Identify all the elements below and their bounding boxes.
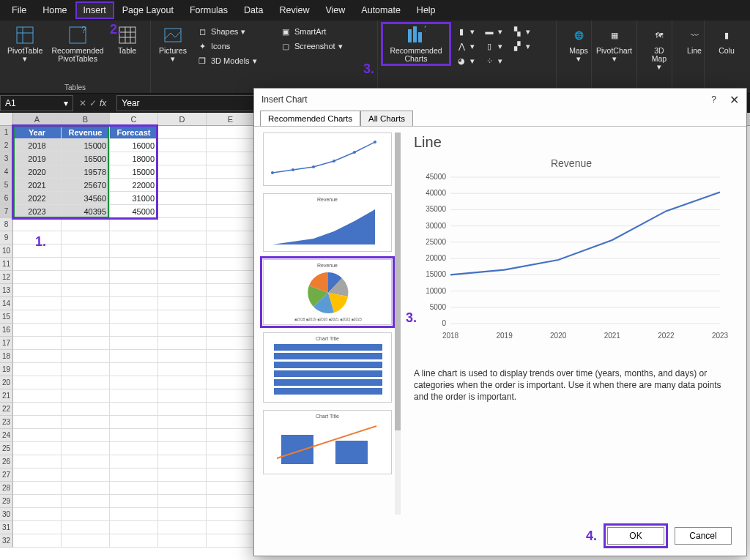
thumb-area[interactable]: Revenue [263, 193, 392, 252]
shapes-button[interactable]: ◻Shapes ▾ [193, 25, 274, 38]
svg-rect-5 [119, 27, 135, 43]
pivottable-button[interactable]: PivotTable ▾ [4, 23, 45, 64]
col-B[interactable]: B [62, 113, 110, 125]
thumb-combo[interactable]: Chart Title [263, 410, 392, 474]
shapes-icon: ◻ [196, 26, 208, 37]
sparkline-col-button[interactable]: ▮Colu [709, 23, 744, 56]
pie-chart-button[interactable]: ◕▾ [453, 54, 478, 67]
chart-preview-panel: Line Revenue0500010000150002000025000300… [401, 127, 746, 520]
recommended-charts-label: Recommended Charts [390, 47, 442, 63]
globe-icon: 🌐 [568, 25, 589, 45]
bar-chart-icon: ▮ [456, 26, 467, 37]
name-box[interactable]: A1▾ [0, 95, 73, 111]
smartart-icon: ▣ [280, 26, 292, 37]
menu-insert[interactable]: Insert [76, 2, 114, 18]
recommended-pivottables-label: Recommended PivotTables [51, 47, 103, 63]
menu-view[interactable]: View [318, 2, 352, 18]
enter-formula-icon[interactable]: ✓ [89, 98, 97, 108]
combo-chart-icon: ▞ [511, 40, 523, 52]
svg-point-17 [312, 165, 315, 168]
line-chart-button[interactable]: ⋀▾ [453, 40, 478, 53]
svg-text:2022: 2022 [658, 332, 675, 340]
fx-icon[interactable]: fx [100, 98, 111, 108]
menu-data[interactable]: Data [237, 2, 270, 18]
ok-button[interactable]: OK [607, 527, 664, 545]
select-all-cell[interactable] [0, 113, 13, 125]
recommended-charts-button[interactable]: ? Recommended Charts [382, 23, 450, 64]
ribbon-group-sparkcol: ▮Colu [705, 20, 737, 93]
ribbon-group-sparkline: 〰Line [672, 20, 705, 93]
menu-pagelayout[interactable]: Page Layout [115, 2, 181, 18]
svg-text:Revenue: Revenue [551, 157, 592, 169]
ribbon-group-illustrations: Pictures ▾ ◻Shapes ▾ ✦Icons ❒3D Models ▾… [151, 20, 378, 93]
thumb-bar[interactable]: Chart Title [263, 332, 392, 403]
3dmodels-button[interactable]: ❒3D Models ▾ [193, 54, 274, 67]
insert-chart-dialog: Insert Chart ? ✕ Recommended Charts All … [253, 88, 747, 556]
menu-file[interactable]: File [4, 2, 34, 18]
menu-formulas[interactable]: Formulas [182, 2, 235, 18]
table-label: Table [118, 47, 136, 55]
dialog-titlebar[interactable]: Insert Chart ? ✕ [254, 89, 746, 111]
svg-text:2018: 2018 [442, 332, 459, 340]
recommended-pivottables-button[interactable]: ? Recommended PivotTables [48, 23, 106, 64]
thumb-pie[interactable]: Revenue ■2018 ■2019 ■2020 ■2021 ■2022 ■2… [263, 259, 392, 325]
maps-button[interactable]: 🌐Maps▾ [561, 23, 596, 64]
svg-text:2021: 2021 [604, 332, 621, 340]
menu-automate[interactable]: Automate [354, 2, 408, 18]
combo-chart-button[interactable]: ▞▾ [508, 40, 533, 53]
svg-text:30000: 30000 [426, 222, 446, 230]
ribbon-group-tables: PivotTable ▾ ? Recommended PivotTables T… [0, 20, 151, 93]
menu-home[interactable]: Home [35, 2, 74, 18]
svg-rect-24 [274, 353, 382, 359]
icons-button[interactable]: ✦Icons [193, 40, 274, 53]
3dmap-button[interactable]: 🗺3D Map▾ [642, 23, 677, 72]
screenshot-icon: ▢ [280, 40, 292, 52]
svg-text:35000: 35000 [426, 205, 446, 213]
preview-type-heading: Line [414, 134, 733, 151]
col-A[interactable]: A [13, 113, 62, 125]
annotation-step-3b: 3. [406, 310, 417, 326]
tab-all-charts[interactable]: All Charts [360, 111, 413, 126]
close-icon[interactable]: ✕ [729, 93, 739, 107]
svg-point-20 [374, 141, 376, 143]
chevron-down-icon: ▾ [612, 55, 617, 63]
svg-text:25000: 25000 [426, 238, 446, 246]
cancel-formula-icon[interactable]: ✕ [79, 98, 86, 108]
scatter-chart-button[interactable]: ⁘▾ [480, 54, 505, 67]
annotation-step-4: 4. [586, 529, 597, 544]
pivotchart-button[interactable]: ▦PivotChart▾ [596, 23, 632, 64]
pictures-button[interactable]: Pictures ▾ [155, 23, 190, 64]
menu-help[interactable]: Help [409, 2, 443, 18]
col-D[interactable]: D [158, 113, 207, 125]
waterfall-chart-button[interactable]: ▚▾ [508, 25, 533, 38]
thumb-area-title: Revenue [267, 197, 388, 202]
hbar-chart-button[interactable]: ▬▾ [480, 25, 505, 38]
recommended-thumbnails[interactable]: Revenue Revenue ■2018 ■2019 ■2020 ■2021 … [254, 127, 401, 520]
col-C[interactable]: C [110, 113, 158, 125]
chevron-down-icon: ▾ [171, 55, 175, 63]
svg-text:■2018 ■2019 ■2020 ■2021 ■2022 : ■2018 ■2019 ■2020 ■2021 ■2022 ■2023 [294, 317, 362, 321]
help-icon[interactable]: ? [711, 94, 716, 105]
chart-preview[interactable]: Revenue050001000015000200002500030000350… [414, 155, 733, 360]
ribbon-group-3dmap: 🗺3D Map▾ [637, 20, 672, 93]
svg-point-18 [333, 160, 335, 163]
line-chart-svg: Revenue050001000015000200002500030000350… [414, 155, 729, 346]
thumb-scrollbar[interactable] [395, 132, 401, 515]
screenshot-button[interactable]: ▢Screenshot ▾ [277, 40, 357, 53]
svg-point-16 [292, 168, 294, 171]
svg-text:2020: 2020 [550, 332, 567, 340]
thumb-pie-title: Revenue [267, 263, 388, 268]
tab-recommended-charts[interactable]: Recommended Charts [260, 111, 360, 126]
line-chart-icon: ⋀ [456, 40, 467, 52]
svg-text:40000: 40000 [426, 189, 446, 197]
menu-review[interactable]: Review [272, 2, 316, 18]
sparkline-icon: 〰 [684, 25, 705, 45]
svg-marker-21 [272, 209, 375, 244]
column-chart-button[interactable]: ▯▾ [480, 40, 505, 53]
svg-rect-0 [17, 27, 33, 43]
bar-chart-button[interactable]: ▮▾ [453, 25, 478, 38]
cancel-button[interactable]: Cancel [675, 527, 732, 545]
col-E[interactable]: E [207, 113, 255, 125]
smartart-button[interactable]: ▣SmartArt [277, 25, 357, 38]
thumb-line[interactable] [263, 132, 392, 186]
